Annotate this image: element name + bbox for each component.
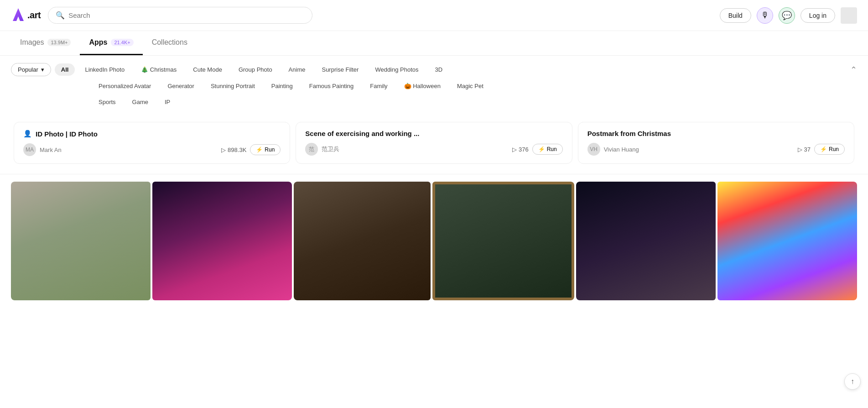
filter-tag-christmas[interactable]: 🎄 Christmas	[135, 63, 183, 76]
app-card-1-author: Mark An	[40, 146, 218, 153]
gallery-image-3b	[717, 182, 857, 300]
sort-label: Popular	[18, 66, 38, 73]
user-avatar[interactable]	[841, 7, 857, 24]
collapse-button[interactable]: ⌃	[850, 65, 857, 75]
app-card-1-run-button[interactable]: ⚡ Run	[250, 144, 281, 155]
gallery-section	[0, 174, 868, 308]
filter-tag-portrait[interactable]: Stunning Portrait	[204, 80, 261, 92]
search-icon: 🔍	[56, 11, 65, 20]
filter-tag-halloween[interactable]: 🎃 Halloween	[398, 80, 447, 92]
filter-tag-game[interactable]: Game	[126, 96, 155, 108]
app-card-2-run-button[interactable]: ⚡ Run	[532, 144, 563, 155]
gallery-grid	[11, 182, 857, 300]
sort-dropdown[interactable]: Popular ▾	[11, 63, 51, 76]
app-card-3-runs: ▷ 37	[798, 146, 811, 153]
app-card-1-title: 👤 ID Photo | ID Photo	[23, 130, 281, 138]
logo-icon	[11, 7, 26, 24]
app-card-1-avatar: MA	[23, 143, 36, 156]
app-card-3-run-button[interactable]: ⚡ Run	[814, 144, 845, 155]
app-card-3-avatar: VH	[587, 143, 600, 156]
app-card-3-title: Postmark from Christmas	[587, 130, 845, 137]
wechat-button[interactable]: 💬	[779, 7, 795, 24]
tab-apps[interactable]: Apps 21.4K+	[80, 31, 142, 55]
run-icon-3: ⚡	[820, 146, 827, 152]
gallery-image-2a	[294, 182, 431, 300]
filter-tag-anime[interactable]: Anime	[282, 63, 312, 76]
gallery-image-1a	[11, 182, 151, 300]
search-input[interactable]	[68, 11, 305, 19]
header: .art 🔍 Build 🎙 💬 Log in	[0, 0, 868, 31]
filter-tag-family[interactable]: Family	[364, 80, 394, 92]
tab-images-badge: 13.9M+	[47, 39, 71, 46]
filter-tag-linkedin[interactable]: LinkedIn Photo	[78, 63, 131, 76]
tab-collections[interactable]: Collections	[143, 31, 197, 55]
gallery-item-3[interactable]	[576, 182, 857, 300]
play-icon: ▷	[221, 146, 226, 153]
app-card-3-author: Vivian Huang	[604, 146, 794, 153]
gallery-image-2b	[432, 182, 575, 300]
filter-tag-3d[interactable]: 3D	[429, 63, 449, 76]
tab-apps-badge: 21.4K+	[111, 39, 133, 46]
gallery-item-1[interactable]	[11, 182, 292, 300]
app-card-2-avatar: 范	[305, 143, 318, 156]
apps-grid: 👤 ID Photo | ID Photo MA Mark An ▷ 898.3…	[0, 112, 868, 174]
nav-tabs: Images 13.9M+ Apps 21.4K+ Collections	[0, 31, 868, 56]
filter-tag-generator[interactable]: Generator	[161, 80, 201, 92]
app-card-1-runs: ▷ 898.3K	[221, 146, 246, 153]
play-icon-3: ▷	[798, 146, 802, 153]
gallery-item-2[interactable]	[294, 182, 575, 300]
play-icon-2: ▷	[512, 146, 517, 153]
filter-tag-group[interactable]: Group Photo	[232, 63, 279, 76]
header-right: Build 🎙 💬 Log in	[720, 7, 857, 24]
app-card-3: Postmark from Christmas VH Vivian Huang …	[578, 122, 854, 164]
filter-tag-ip[interactable]: IP	[158, 96, 177, 108]
search-bar: 🔍	[48, 7, 312, 24]
app-card-2-runs: ▷ 376	[512, 146, 529, 153]
logo[interactable]: .art	[11, 7, 41, 24]
tab-images-label: Images	[20, 38, 44, 47]
filter-tag-sports[interactable]: Sports	[92, 96, 122, 108]
filter-tag-cute[interactable]: Cute Mode	[187, 63, 229, 76]
app-card-2-footer: 范 范卫兵 ▷ 376 ⚡ Run	[305, 143, 562, 156]
logo-text: .art	[27, 10, 41, 21]
gallery-image-1b	[152, 182, 292, 300]
filter-tag-all[interactable]: All	[55, 63, 75, 76]
filter-row-1: Popular ▾ All LinkedIn Photo 🎄 Christmas…	[11, 63, 857, 76]
run-icon: ⚡	[256, 146, 263, 153]
tab-apps-label: Apps	[89, 38, 107, 47]
filter-section: Popular ▾ All LinkedIn Photo 🎄 Christmas…	[0, 56, 868, 108]
app-card-2-author: 范卫兵	[322, 145, 509, 153]
run-icon-2: ⚡	[538, 146, 545, 152]
filter-tag-magic-pet[interactable]: Magic Pet	[451, 80, 490, 92]
app-card-1: 👤 ID Photo | ID Photo MA Mark An ▷ 898.3…	[14, 122, 290, 164]
tab-collections-label: Collections	[152, 38, 187, 47]
app-card-2: Scene of exercising and working ... 范 范卫…	[296, 122, 572, 164]
chevron-down-icon: ▾	[41, 66, 44, 73]
app-card-1-icon: 👤	[23, 130, 32, 138]
wechat-icon: 💬	[782, 10, 792, 21]
tab-images[interactable]: Images 13.9M+	[11, 31, 80, 55]
gallery-image-3a	[576, 182, 716, 300]
filter-tag-wedding[interactable]: Wedding Photos	[369, 63, 425, 76]
filter-tag-surprise[interactable]: Surprise Filter	[315, 63, 365, 76]
microphone-icon: 🎙	[761, 10, 769, 20]
build-button[interactable]: Build	[720, 8, 751, 23]
app-card-3-footer: VH Vivian Huang ▷ 37 ⚡ Run	[587, 143, 845, 156]
microphone-button[interactable]: 🎙	[757, 7, 773, 24]
filter-tag-famous[interactable]: Famous Painting	[303, 80, 360, 92]
login-button[interactable]: Log in	[800, 8, 835, 23]
app-card-1-footer: MA Mark An ▷ 898.3K ⚡ Run	[23, 143, 281, 156]
filter-tag-avatar[interactable]: Personalized Avatar	[92, 80, 157, 92]
filter-row-2: Personalized Avatar Generator Stunning P…	[11, 80, 857, 92]
app-card-2-title: Scene of exercising and working ...	[305, 130, 562, 137]
filter-row-3: Sports Game IP	[11, 96, 857, 108]
filter-tag-painting[interactable]: Painting	[265, 80, 299, 92]
